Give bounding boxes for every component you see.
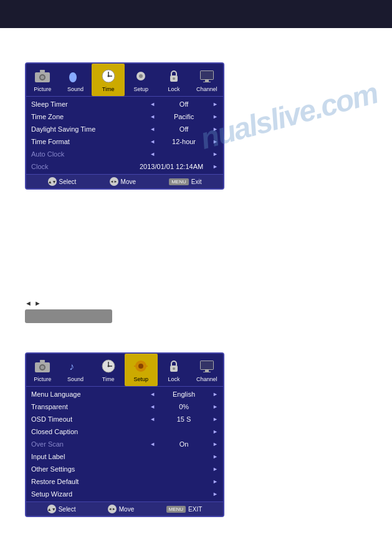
panel1-menu-status: MENU Exit — [169, 178, 201, 185]
panel1-exit-label: Exit — [191, 178, 202, 185]
svg-rect-32 — [145, 366, 148, 367]
svg-rect-3 — [40, 70, 45, 72]
sleep-timer-arrow-left: ◄ — [150, 101, 155, 107]
panel2-status-bar: ▲▼ Select ◄► Move MENU EXIT — [26, 501, 223, 516]
input-label-arrow-right: ► — [213, 453, 218, 460]
section2-label-bar — [25, 309, 112, 323]
tab-setup-label: Setup — [134, 86, 149, 92]
panel1-select-label: Select — [59, 178, 77, 185]
panel1-select-status: ▲▼ Select — [48, 177, 77, 186]
dst-value: Off — [159, 125, 209, 133]
tab-sound[interactable]: ♪ Sound — [59, 64, 92, 96]
svg-rect-38 — [203, 372, 211, 372]
svg-point-9 — [107, 75, 109, 77]
setup-wizard-label: Setup Wizard — [31, 490, 155, 498]
top-bar — [0, 0, 392, 28]
svg-text:♪: ♪ — [69, 361, 74, 372]
tab-lock[interactable]: Lock — [158, 64, 191, 96]
transparent-arrow-right: ► — [213, 404, 218, 410]
menu-item-input-label[interactable]: Input Label ► — [26, 450, 223, 463]
section2-arrow-right: ► — [34, 299, 41, 307]
menu-item-clock[interactable]: Clock 2013/01/01 12:14AM ► — [26, 160, 223, 173]
tab2-sound[interactable]: ♪ Sound — [59, 354, 92, 386]
svg-rect-30 — [140, 369, 141, 372]
menu-item-other-settings[interactable]: Other Settings ► — [26, 463, 223, 475]
panel2-move-label: Move — [119, 506, 134, 513]
svg-point-20 — [41, 366, 44, 369]
svg-point-34 — [173, 367, 175, 370]
panel1-move-label: Move — [121, 178, 136, 185]
over-scan-value: On — [159, 440, 209, 448]
tab2-channel-label: Channel — [196, 376, 218, 382]
svg-rect-16 — [205, 80, 209, 82]
osd-timeout-label: OSD Timeout — [31, 415, 150, 423]
menu-item-auto-clock[interactable]: Auto Clock ◄ ► — [26, 148, 223, 160]
time-zone-arrow-right: ► — [213, 114, 218, 120]
menu-item-time-format[interactable]: Time Format ◄ 12-hour ► — [26, 135, 223, 148]
svg-point-28 — [138, 364, 143, 369]
svg-point-11 — [139, 74, 143, 78]
camera-icon — [32, 67, 52, 85]
menu-item-over-scan[interactable]: Over Scan ◄ On ► — [26, 438, 223, 450]
menu-item-time-zone[interactable]: Time Zone ◄ Pacific ► — [26, 110, 223, 123]
time-format-label: Time Format — [31, 138, 150, 145]
panel2-menu-status: MENU EXIT — [166, 506, 203, 513]
tab2-time[interactable]: Time — [92, 354, 125, 386]
gear2-icon — [131, 357, 151, 375]
tab2-picture-label: Picture — [34, 376, 51, 382]
panel1-items: Sleep Timer ◄ Off ► Time Zone ◄ Pacific … — [26, 97, 223, 174]
svg-rect-15 — [201, 71, 213, 79]
panel2-items: Menu Language ◄ English ► Transparent ◄ … — [26, 387, 223, 501]
menu-item-transparent[interactable]: Transparent ◄ 0% ► — [26, 400, 223, 413]
tab2-lock-label: Lock — [168, 376, 180, 382]
menu-item-sleep-timer[interactable]: Sleep Timer ◄ Off ► — [26, 98, 223, 110]
sleep-timer-label: Sleep Timer — [31, 100, 150, 108]
menu-language-arrow-right: ► — [213, 391, 218, 397]
tab2-time-label: Time — [102, 376, 115, 382]
tab2-setup[interactable]: Setup — [125, 354, 158, 386]
transparent-arrow-left: ◄ — [150, 404, 155, 410]
section2-arrow-left: ◄ — [25, 299, 32, 307]
time-format-value: 12-hour — [159, 138, 209, 145]
menu-language-value: English — [159, 390, 209, 398]
menu-item-setup-wizard[interactable]: Setup Wizard ► — [26, 488, 223, 500]
panel1-move-btn: ◄► — [110, 177, 118, 186]
svg-rect-21 — [40, 360, 45, 362]
panel2-menu-btn: MENU — [166, 506, 186, 513]
tab-lock-label: Lock — [168, 86, 180, 92]
monitor-icon — [197, 67, 217, 85]
restore-default-arrow-right: ► — [213, 478, 218, 485]
transparent-label: Transparent — [31, 403, 150, 410]
tab2-picture[interactable]: Picture — [26, 354, 59, 386]
clock-label: Clock — [31, 163, 130, 170]
menu-item-menu-language[interactable]: Menu Language ◄ English ► — [26, 388, 223, 400]
gear-icon — [131, 67, 151, 85]
auto-clock-label: Auto Clock — [31, 150, 150, 158]
panel2-select-status: ▲▼ Select — [47, 505, 76, 513]
menu-item-restore-default[interactable]: Restore Default ► — [26, 475, 223, 488]
input-label-label: Input Label — [31, 453, 155, 460]
panel1: Picture ♪ Sound Time — [25, 62, 224, 190]
panel1-move-status: ◄► Move — [110, 177, 136, 186]
other-settings-label: Other Settings — [31, 465, 155, 473]
svg-point-13 — [173, 77, 175, 80]
tab-picture[interactable]: Picture — [26, 64, 59, 96]
closed-caption-arrow-right: ► — [213, 429, 218, 435]
menu-item-dst[interactable]: Daylight Saving Time ◄ Off ► — [26, 123, 223, 135]
tab-channel[interactable]: Channel — [190, 64, 223, 96]
clock-arrow-right: ► — [213, 163, 218, 170]
menu-language-arrow-left: ◄ — [150, 391, 155, 397]
tab-setup[interactable]: Setup — [125, 64, 158, 96]
panel2-tabs: Picture ♪ Sound Time — [26, 354, 223, 387]
tab2-channel[interactable]: Channel — [190, 354, 223, 386]
menu-item-closed-caption[interactable]: Closed Caption ► — [26, 425, 223, 438]
time-zone-arrow-left: ◄ — [150, 114, 155, 120]
tab-picture-label: Picture — [34, 86, 51, 92]
tab-sound-label: Sound — [67, 86, 84, 92]
menu-item-osd-timeout[interactable]: OSD Timeout ◄ 15 S ► — [26, 413, 223, 425]
time-format-arrow-right: ► — [213, 138, 218, 145]
osd-timeout-value: 15 S — [159, 415, 209, 423]
tab2-lock[interactable]: Lock — [158, 354, 191, 386]
tab-time[interactable]: Time — [92, 64, 125, 96]
svg-rect-36 — [201, 361, 213, 369]
